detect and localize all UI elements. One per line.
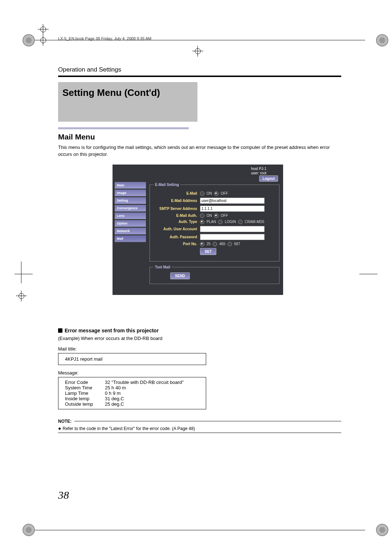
nav-item-mail[interactable]: Mail [115, 235, 146, 242]
crop-circle [376, 34, 388, 46]
nav-item-option[interactable]: Option [115, 220, 146, 227]
section-label: Operation and Settings [58, 66, 341, 73]
crop-target [38, 35, 49, 46]
bullet-icon: ● [58, 425, 61, 431]
radio-label-587: 587 [234, 242, 240, 246]
title-block: Setting Menu (Cont'd) [58, 82, 197, 122]
msg-key: Lamp Time [65, 390, 105, 396]
message-row: Lamp Time0 h 9 m [65, 390, 199, 396]
example-line: (Example) When error occurs at the DD-RB… [58, 336, 341, 341]
radio-label-25: 25 [207, 242, 211, 246]
row-password: Auth. Password [154, 234, 275, 240]
crop-line [15, 274, 33, 274]
mail-title-box: 4KPJ1 report mail [58, 353, 206, 365]
input-smtp[interactable] [200, 206, 265, 212]
label-email: E-Mail [154, 191, 200, 195]
crop-line [43, 35, 43, 46]
logout-button[interactable]: Logout [259, 175, 278, 182]
note-line [74, 421, 341, 421]
radio-label-auth-on: ON [207, 214, 212, 218]
msg-key: Inside temp [65, 396, 105, 401]
set-button[interactable]: SET [200, 248, 216, 255]
host-label: host PJ-1 [251, 167, 266, 171]
crop-circle [376, 524, 388, 536]
nav-item-network[interactable]: Network [115, 228, 146, 235]
msg-key: Error Code [65, 380, 105, 385]
message-row: Outside temp25 deg.C [65, 401, 199, 407]
label-email-address: E-Mail Address [154, 199, 200, 203]
nav-item-setting[interactable]: Setting [115, 197, 146, 204]
msg-val: 31 deg.C [105, 396, 124, 401]
row-auth-type: Auth. Type PLAN LOGIN CRAM-MD5 [154, 220, 275, 224]
radio-port-25[interactable] [200, 242, 204, 246]
msg-val: 25 deg.C [105, 401, 124, 407]
label-email-auth: E-Mail Auth. [154, 214, 200, 218]
note-heading: NOTE: [58, 419, 341, 424]
nav-sidebar: Main Image Setting Convergence Lens Opti… [115, 182, 146, 288]
subsection-title: Mail Menu [58, 133, 341, 141]
radio-label-login: LOGIN [225, 220, 236, 224]
radio-authtype-plan[interactable] [200, 220, 204, 224]
sub-rule [58, 127, 189, 130]
row-email-auth: E-Mail Auth. ON OFF [154, 214, 275, 218]
radio-label-cram: CRAM-MD5 [245, 220, 264, 224]
label-port: Port No. [154, 242, 200, 246]
message-label: Message: [58, 370, 341, 376]
row-user-account: Auth. User Account [154, 226, 275, 232]
radio-port-465[interactable] [213, 242, 217, 246]
radio-authtype-cram[interactable] [238, 220, 242, 224]
mail-menu-panel: host PJ-1 user: root Logout Main Image S… [113, 165, 283, 295]
radio-label-auth-off: OFF [221, 214, 228, 218]
crop-line [21, 262, 21, 283]
radio-label-465: 465 [219, 242, 225, 246]
test-mail-fieldset: Tset Mail SEND [150, 265, 279, 284]
note-label: NOTE: [58, 419, 72, 424]
input-password[interactable] [200, 234, 265, 240]
msg-key: System Time [65, 385, 105, 390]
row-port: Port No. 25 465 587 [154, 242, 275, 246]
nav-item-convergence[interactable]: Convergence [115, 205, 146, 212]
nav-item-image[interactable]: Image [115, 190, 146, 197]
radio-label-off: OFF [221, 191, 228, 195]
message-row: Inside temp31 deg.C [65, 396, 199, 401]
input-user-account[interactable] [200, 226, 265, 232]
note-body: ●Refer to the code in the "Latest Error"… [58, 425, 341, 431]
note-end-line [58, 433, 341, 433]
label-user-account: Auth. User Account [154, 227, 200, 231]
radio-email-off[interactable] [214, 191, 219, 196]
radio-port-587[interactable] [228, 242, 232, 246]
msg-val: 0 h 9 m [105, 390, 121, 396]
input-email-address[interactable] [200, 198, 265, 204]
message-box: Error Code32 "Trouble with DD-RB circuit… [58, 377, 206, 409]
label-smtp: SMTP Server Address [154, 207, 200, 211]
row-email-address: E-Mail Address [154, 198, 275, 204]
radio-auth-on[interactable] [200, 214, 204, 218]
email-setting-fieldset: E-Mail Setting E-Mail ON OFF E-Mail Addr… [150, 183, 279, 262]
status-bar: host PJ-1 user: root Logout [113, 165, 283, 181]
crop-circle [23, 524, 35, 536]
radio-label-plan: PLAN [207, 220, 216, 224]
nav-item-main[interactable]: Main [115, 182, 146, 189]
radio-email-on[interactable] [200, 191, 204, 196]
running-header: LX-5_EN.book Page 38 Friday, July 4, 200… [58, 36, 341, 41]
label-password: Auth. Password [154, 235, 200, 239]
row-smtp: SMTP Server Address [154, 206, 275, 212]
send-button[interactable]: SEND [170, 272, 190, 279]
panel-body: Main Image Setting Convergence Lens Opti… [113, 181, 283, 288]
msg-val: 32 "Trouble with DD-RB circuit board" [105, 380, 184, 385]
user-label: user: root [251, 171, 266, 175]
msg-key: Outside temp [65, 401, 105, 407]
crop-line [35, 530, 365, 530]
crop-target [16, 291, 27, 301]
crop-target [38, 24, 49, 35]
message-row: System Time25 h 40 m [65, 385, 199, 390]
mail-title-label: Mail title: [58, 346, 341, 352]
nav-item-lens[interactable]: Lens [115, 212, 146, 219]
radio-authtype-login[interactable] [218, 220, 222, 224]
msg-val: 25 h 40 m [105, 385, 126, 390]
error-heading: Error message sent from this projector [58, 328, 341, 333]
crop-line [359, 274, 377, 274]
divider [58, 76, 341, 77]
radio-auth-off[interactable] [214, 214, 219, 218]
page-content: LX-5_EN.book Page 38 Friday, July 4, 200… [58, 36, 341, 433]
